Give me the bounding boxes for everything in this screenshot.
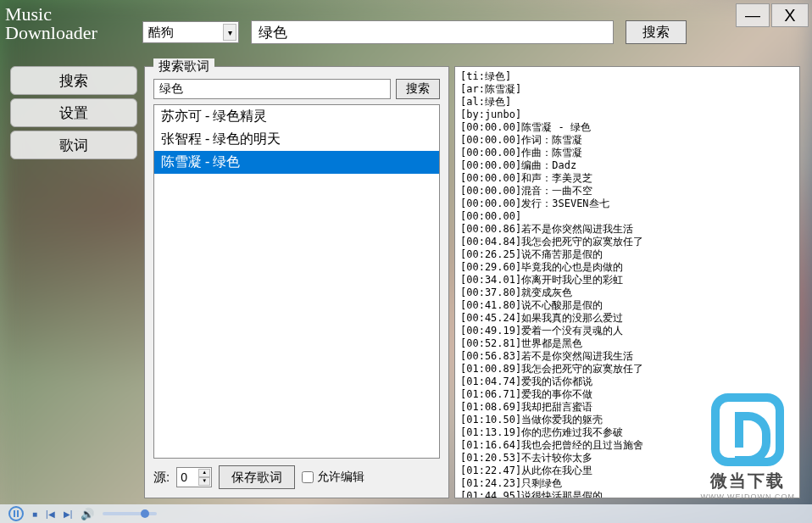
list-item[interactable]: 张智程 - 绿色的明天 <box>154 128 439 151</box>
volume-slider[interactable] <box>103 512 157 515</box>
sidebar-item-lyrics[interactable]: 歌词 <box>10 131 137 159</box>
save-lyrics-button[interactable]: 保存歌词 <box>219 465 295 489</box>
lyric-search-button[interactable]: 搜索 <box>396 79 440 99</box>
lyric-results-list[interactable]: 苏亦可 - 绿色精灵张智程 - 绿色的明天陈雪凝 - 绿色 <box>153 104 440 459</box>
chevron-down-icon[interactable]: ▾ <box>223 24 236 41</box>
play-pause-button[interactable] <box>8 506 24 521</box>
sidebar-item-settings[interactable]: 设置 <box>10 98 137 127</box>
main-search-button[interactable]: 搜索 <box>626 20 687 44</box>
next-track-icon[interactable]: ▶| <box>64 509 73 519</box>
source-index-spinner[interactable]: 0 ▲ ▼ <box>176 467 212 487</box>
sidebar-item-search[interactable]: 搜索 <box>10 66 137 95</box>
stop-icon[interactable]: ■ <box>32 509 37 519</box>
list-item[interactable]: 陈雪凝 - 绿色 <box>154 151 439 174</box>
close-button[interactable]: X <box>771 3 809 27</box>
lyrics-textarea[interactable]: [ti:绿色] [ar:陈雪凝] [al:绿色] [by:junbo] [00:… <box>454 66 800 498</box>
main-search-input[interactable] <box>251 20 614 44</box>
sidebar: 搜索 设置 歌词 <box>10 66 137 163</box>
volume-icon[interactable]: 🔊 <box>81 508 94 520</box>
lyric-search-panel: 搜索歌词 搜索 苏亦可 - 绿色精灵张智程 - 绿色的明天陈雪凝 - 绿色 源:… <box>144 66 449 498</box>
allow-edit-label: 允许编辑 <box>317 470 364 485</box>
player-bar: ■ |◀ ▶| 🔊 <box>0 504 812 523</box>
allow-edit-checkbox-wrap[interactable]: 允许编辑 <box>302 470 364 485</box>
source-label: 源: <box>153 470 170 486</box>
prev-track-icon[interactable]: |◀ <box>46 509 55 519</box>
source-combo-value: 酷狗 <box>148 25 174 41</box>
source-combo[interactable]: 酷狗 ▾ <box>142 21 239 43</box>
titlebar: — X <box>736 3 809 27</box>
spinner-up-icon[interactable]: ▲ <box>198 469 210 477</box>
app-logo: Music Downloader <box>5 5 97 42</box>
volume-slider-thumb[interactable] <box>141 509 149 518</box>
spinner-down-icon[interactable]: ▼ <box>198 477 210 486</box>
panel-legend: 搜索歌词 <box>153 58 214 75</box>
top-search-bar: 酷狗 ▾ 搜索 <box>142 20 687 44</box>
lyric-search-input[interactable] <box>153 79 391 99</box>
allow-edit-checkbox[interactable] <box>302 471 314 483</box>
minimize-button[interactable]: — <box>736 3 770 27</box>
list-item[interactable]: 苏亦可 - 绿色精灵 <box>154 105 439 128</box>
